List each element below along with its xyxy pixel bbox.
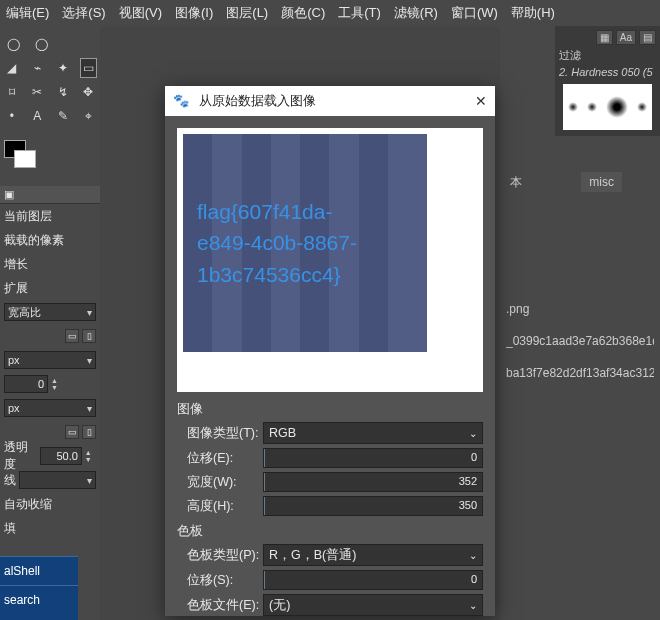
menu-window[interactable]: 窗口(W)	[451, 4, 498, 22]
pal-offset-slider[interactable]: 0	[263, 570, 483, 590]
chevron-down-icon: ▾	[87, 307, 92, 318]
tool-circle2-icon[interactable]: ◯	[32, 35, 50, 53]
fill-label[interactable]: 填	[4, 520, 16, 537]
brush-name: 2. Hardness 050 (5	[559, 66, 656, 78]
tool-wand-icon[interactable]: ✦	[55, 59, 71, 77]
brush-preview	[563, 84, 652, 130]
line-label: 线	[4, 472, 16, 489]
auto-shrink[interactable]: 自动收缩	[4, 496, 52, 513]
tool-clone-icon[interactable]: ⌖	[81, 107, 97, 125]
unit-px-combo[interactable]: px▾	[4, 351, 96, 369]
brush-panel: ▦ Aa ▤ 过滤 2. Hardness 050 (5	[555, 26, 660, 136]
tool-lasso-icon[interactable]: ⌁	[30, 59, 46, 77]
dialog-titlebar[interactable]: 🐾 从原始数据载入图像 ✕	[165, 86, 495, 116]
pal-file-combo[interactable]: (无)⌄	[263, 594, 483, 616]
menu-color[interactable]: 颜色(C)	[281, 4, 325, 22]
chevron-down-icon: ▾	[87, 355, 92, 366]
file-ext[interactable]: .png	[506, 302, 654, 316]
width-slider[interactable]: 352	[263, 472, 483, 492]
color-swatches[interactable]	[4, 140, 44, 172]
tool-scissors-icon[interactable]: ✂	[30, 83, 46, 101]
menu-help[interactable]: 帮助(H)	[511, 4, 555, 22]
windows-taskbar[interactable]: alShell search	[0, 556, 78, 620]
aspect-ratio-combo[interactable]: 宽高比▾	[4, 303, 96, 321]
tool-bucket-icon[interactable]: ◢	[4, 59, 20, 77]
tool-brush-icon[interactable]: ✎	[55, 107, 71, 125]
pal-offset-label: 位移(S):	[177, 572, 263, 589]
menu-edit[interactable]: 编辑(E)	[6, 4, 49, 22]
tool-dot-icon[interactable]: •	[4, 107, 20, 125]
chevron-down-icon: ▾	[87, 403, 92, 414]
preview-flag-text: flag{607f41da- e849-4c0b-8867- 1b3c74536…	[197, 196, 357, 291]
opt-grow[interactable]: 增长	[4, 256, 28, 273]
panel-icon-c[interactable]: ▤	[639, 30, 656, 45]
opt-clip-pixels[interactable]: 截载的像素	[4, 232, 64, 249]
offset-label: 位移(E):	[177, 450, 263, 467]
chevron-down-icon: ⌄	[469, 428, 477, 439]
pal-type-combo[interactable]: R，G，B(普通)⌄	[263, 544, 483, 566]
opacity-spin[interactable]: 50.0	[40, 447, 81, 465]
palette-section-label: 色板	[177, 522, 483, 540]
wilber-icon: 🐾	[173, 93, 189, 109]
image-preview: flag{607f41da- e849-4c0b-8867- 1b3c74536…	[177, 128, 483, 392]
taskbar-item-a[interactable]: alShell	[0, 556, 78, 585]
unit-px2-combo[interactable]: px▾	[4, 399, 96, 417]
pal-file-label: 色板文件(E):	[177, 597, 263, 614]
file-item-1[interactable]: _0399c1aad3e7a62b368e1d	[506, 334, 654, 348]
raw-image-dialog: 🐾 从原始数据载入图像 ✕ flag{607f41da- e849-4c0b-8…	[165, 86, 495, 616]
image-section-label: 图像	[177, 400, 483, 418]
toolbox: ◯ ◯ ◢ ⌁ ✦ ▭ ⌑ ✂ ↯ ✥ • A ✎ ⌖	[0, 26, 100, 134]
file-item-2[interactable]: ba13f7e82d2df13af34ac3123	[506, 366, 654, 380]
tool-text-icon[interactable]: A	[30, 107, 46, 125]
chevron-down-icon: ⌄	[469, 550, 477, 561]
menu-select[interactable]: 选择(S)	[62, 4, 105, 22]
tool-path-icon[interactable]: ↯	[55, 83, 71, 101]
panel-icon-a[interactable]: ▦	[596, 30, 613, 45]
tool-circle-icon[interactable]: ◯	[4, 35, 22, 53]
brush-dot-icon[interactable]	[568, 102, 578, 112]
spinner-arrows[interactable]: ▲▼	[51, 377, 63, 391]
portrait2-icon[interactable]: ▯	[82, 425, 96, 439]
dialog-title: 从原始数据载入图像	[199, 92, 316, 110]
close-icon[interactable]: ✕	[475, 93, 487, 109]
brush-dot-icon[interactable]	[637, 102, 647, 112]
bg-color[interactable]	[14, 150, 36, 168]
spinner-arrows[interactable]: ▲▼	[85, 449, 96, 463]
tool-move-icon[interactable]: ✥	[81, 83, 97, 101]
offset-slider[interactable]: 0	[263, 448, 483, 468]
brush-filter-label[interactable]: 过滤	[559, 48, 626, 63]
file-panel: 本 misc .png _0399c1aad3e7a62b368e1d ba13…	[500, 166, 660, 404]
menu-tool[interactable]: 工具(T)	[338, 4, 381, 22]
height-slider[interactable]: 350	[263, 496, 483, 516]
panel-icon-text[interactable]: Aa	[616, 30, 636, 45]
image-type-combo[interactable]: RGB⌄	[263, 422, 483, 444]
menu-filter[interactable]: 滤镜(R)	[394, 4, 438, 22]
landscape-icon[interactable]: ▭	[65, 329, 79, 343]
taskbar-item-b[interactable]: search	[0, 585, 78, 614]
tool-options-panel: ▣ 当前图层 截载的像素 增长 扩展 宽高比▾ ▭ ▯ px▾ 0▲▼ px▾ …	[0, 186, 100, 620]
landscape2-icon[interactable]: ▭	[65, 425, 79, 439]
menu-image[interactable]: 图像(I)	[175, 4, 213, 22]
portrait-icon[interactable]: ▯	[82, 329, 96, 343]
opacity-label: 透明度	[4, 439, 37, 473]
brush-dot-icon[interactable]	[587, 102, 597, 112]
menu-layer[interactable]: 图层(L)	[226, 4, 268, 22]
height-label: 高度(H):	[177, 498, 263, 515]
chevron-down-icon: ▾	[87, 475, 92, 486]
tool-rect-select-icon[interactable]: ▭	[81, 59, 97, 77]
value-x-spin[interactable]: 0	[4, 375, 48, 393]
brush-dot-big-icon[interactable]	[606, 96, 628, 118]
tool-crop-icon[interactable]: ⌑	[4, 83, 20, 101]
tab-truncated[interactable]: 本	[506, 172, 526, 192]
line-combo[interactable]: ▾	[19, 471, 96, 489]
opt-expand[interactable]: 扩展	[4, 280, 28, 297]
chevron-down-icon: ⌄	[469, 600, 477, 611]
tab-misc[interactable]: misc	[581, 172, 622, 192]
opt-current-layer[interactable]: 当前图层	[4, 208, 52, 225]
menu-view[interactable]: 视图(V)	[119, 4, 162, 22]
pal-type-label: 色板类型(P):	[177, 547, 263, 564]
right-panel: ▦ Aa ▤ 过滤 2. Hardness 050 (5 本 misc .png…	[500, 26, 660, 620]
menu-bar: 编辑(E) 选择(S) 视图(V) 图像(I) 图层(L) 颜色(C) 工具(T…	[0, 0, 660, 26]
image-type-label: 图像类型(T):	[177, 425, 263, 442]
panel-tab-icon[interactable]: ▣	[0, 186, 100, 204]
